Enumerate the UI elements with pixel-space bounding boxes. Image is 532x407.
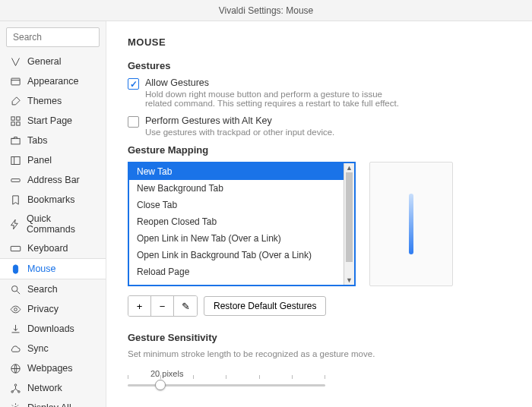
gear-icon <box>9 402 21 407</box>
globe-icon <box>9 362 21 374</box>
sidebar-item-webpages[interactable]: Webpages <box>0 358 106 378</box>
sidebar-item-privacy[interactable]: Privacy <box>0 299 106 319</box>
svg-rect-6 <box>11 138 19 144</box>
svg-rect-5 <box>16 121 19 125</box>
sidebar-item-bookmarks[interactable]: Bookmarks <box>0 190 106 210</box>
sidebar-item-tabs[interactable]: Tabs <box>0 131 106 150</box>
sidebar-item-label: Network <box>27 383 62 393</box>
sidebar-item-label: Mouse <box>27 263 56 274</box>
brush-icon <box>9 95 21 107</box>
sidebar-item-label: Display All <box>27 402 71 407</box>
mapping-section-title: Gesture Mapping <box>128 144 511 156</box>
allow-gestures-label: Allow Gestures <box>145 77 404 88</box>
address-bar-icon <box>9 174 21 186</box>
svg-point-19 <box>14 308 17 311</box>
scroll-thumb[interactable] <box>346 172 353 262</box>
add-gesture-button[interactable]: + <box>128 296 151 316</box>
mapping-button-group: + − ✎ <box>128 295 198 317</box>
sensitivity-slider[interactable]: 20 pixels <box>128 369 325 386</box>
settings-sidebar: General Appearance Themes Start Page Tab… <box>0 21 106 407</box>
sidebar-item-network[interactable]: Network <box>0 378 106 398</box>
cloud-icon <box>9 342 21 355</box>
sidebar-item-appearance[interactable]: Appearance <box>0 71 106 91</box>
sidebar-item-label: Themes <box>27 96 62 106</box>
sidebar-item-address-bar[interactable]: Address Bar <box>0 170 106 190</box>
sidebar-item-label: Start Page <box>27 115 72 126</box>
bookmark-icon <box>9 194 21 206</box>
grid-icon <box>9 115 21 127</box>
list-item[interactable]: Open Link in Background Tab (Over a Link… <box>129 247 354 263</box>
slider-thumb[interactable] <box>155 380 166 390</box>
window-icon <box>9 75 21 87</box>
mouse-icon <box>9 263 21 275</box>
list-item[interactable]: Reopen Closed Tab <box>129 213 354 230</box>
window-title: Vivaldi Settings: Mouse <box>0 0 532 21</box>
eye-icon <box>9 303 21 315</box>
sensitivity-title: Gesture Sensitivity <box>128 332 511 343</box>
search-input[interactable] <box>6 27 100 47</box>
vivaldi-icon <box>9 55 21 68</box>
alt-key-checkbox[interactable] <box>128 116 139 128</box>
svg-rect-10 <box>11 246 21 251</box>
sidebar-item-label: Address Bar <box>27 175 80 185</box>
sidebar-item-label: General <box>27 56 61 67</box>
scroll-up-arrow[interactable]: ▲ <box>344 163 354 172</box>
sidebar-item-quick-commands[interactable]: Quick Commands <box>0 210 106 238</box>
list-item[interactable]: Reload Page <box>129 263 354 280</box>
list-item[interactable]: New Tab <box>129 163 354 180</box>
list-item[interactable]: History Back <box>129 280 354 286</box>
scroll-down-arrow[interactable]: ▼ <box>344 276 354 285</box>
sidebar-item-search[interactable]: Search <box>0 279 106 299</box>
sidebar-item-panel[interactable]: Panel <box>0 150 106 170</box>
edit-gesture-button[interactable]: ✎ <box>174 296 197 316</box>
scrollbar[interactable]: ▲ ▼ <box>344 163 354 285</box>
svg-rect-0 <box>11 78 19 85</box>
sidebar-item-keyboard[interactable]: Keyboard <box>0 238 106 258</box>
svg-rect-7 <box>11 156 19 164</box>
sidebar-item-downloads[interactable]: Downloads <box>0 319 106 339</box>
pencil-icon: ✎ <box>182 301 190 312</box>
network-icon <box>9 382 21 394</box>
list-item[interactable]: Open Link in New Tab (Over a Link) <box>129 230 354 247</box>
download-icon <box>9 323 21 335</box>
svg-rect-4 <box>11 121 14 125</box>
allow-gestures-option[interactable]: Allow Gestures Hold down right mouse but… <box>128 77 511 108</box>
sidebar-item-themes[interactable]: Themes <box>0 91 106 111</box>
sidebar-item-label: Keyboard <box>27 243 68 254</box>
sidebar-item-display-all[interactable]: Display All <box>0 398 106 407</box>
sidebar-item-label: Search <box>27 284 58 295</box>
gesture-mapping-list[interactable]: New Tab New Background Tab Close Tab Reo… <box>128 162 356 286</box>
svg-rect-9 <box>11 178 19 181</box>
alt-key-label: Perform Gestures with Alt Key <box>145 115 334 126</box>
slider-track[interactable] <box>128 384 325 386</box>
keyboard-icon <box>9 242 21 254</box>
sidebar-item-start-page[interactable]: Start Page <box>0 111 106 131</box>
tabs-icon <box>9 134 21 147</box>
sidebar-item-label: Panel <box>27 155 52 166</box>
list-item[interactable]: Close Tab <box>129 197 354 213</box>
svg-point-17 <box>11 286 17 292</box>
sidebar-item-label: Downloads <box>27 323 74 334</box>
svg-point-21 <box>14 383 17 386</box>
gestures-section-title: Gestures <box>128 60 511 71</box>
sidebar-item-label: Quick Commands <box>27 213 97 235</box>
allow-gestures-checkbox[interactable] <box>128 78 139 90</box>
list-item[interactable]: New Background Tab <box>129 180 354 197</box>
sidebar-item-sync[interactable]: Sync <box>0 339 106 358</box>
allow-gestures-desc: Hold down right mouse button and perform… <box>145 90 404 108</box>
remove-gesture-button[interactable]: − <box>151 296 174 316</box>
svg-rect-2 <box>11 116 14 119</box>
sidebar-item-label: Webpages <box>27 363 73 374</box>
page-heading: MOUSE <box>128 36 511 48</box>
sensitivity-desc: Set minimum stroke length to be recogniz… <box>128 349 511 358</box>
alt-key-desc: Use gestures with trackpad or other inpu… <box>145 128 334 137</box>
gesture-stroke-icon <box>409 194 413 254</box>
gesture-preview <box>369 162 453 286</box>
alt-key-option[interactable]: Perform Gestures with Alt Key Use gestur… <box>128 115 511 137</box>
restore-defaults-button[interactable]: Restore Default Gestures <box>204 296 326 316</box>
bolt-icon <box>9 218 21 230</box>
sidebar-item-mouse[interactable]: Mouse <box>0 258 106 279</box>
sidebar-item-label: Bookmarks <box>27 194 75 205</box>
sidebar-item-label: Privacy <box>27 304 59 314</box>
sidebar-item-general[interactable]: General <box>0 52 106 71</box>
